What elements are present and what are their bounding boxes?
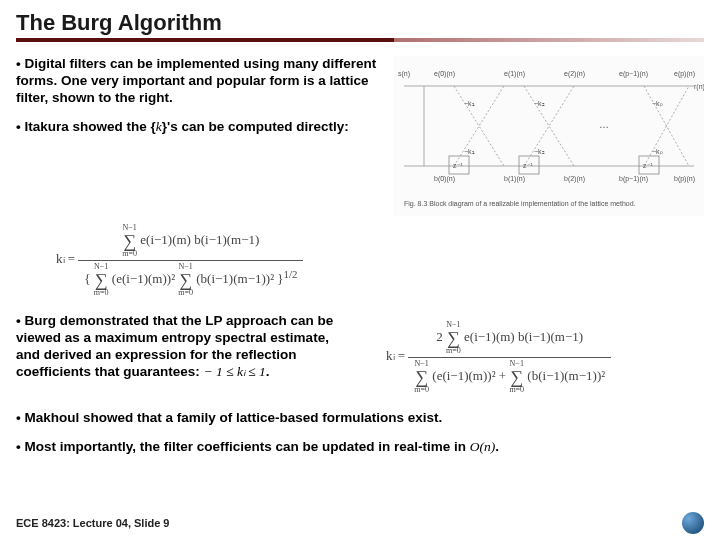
title-underline: [16, 38, 704, 42]
equation-burg: kᵢ = 2 N−1∑m=0 e(i−1)(m) b(i−1)(m−1) N−1…: [386, 319, 611, 396]
node-e0: e(0)(n): [434, 70, 455, 78]
footer-course: ECE 8423: Lecture 04, Slide 9: [16, 517, 169, 529]
bullet-2: Itakura showed the {k}'s can be computed…: [16, 119, 384, 136]
page-title: The Burg Algorithm: [16, 10, 704, 38]
eq2-lhs: kᵢ =: [386, 348, 405, 363]
k2-bot: −k₂: [534, 148, 545, 155]
node-epm1: e(p−1)(n): [619, 70, 648, 78]
kp-top: −kₚ: [652, 100, 663, 107]
node-r: r(n): [694, 83, 704, 91]
k1-top: −k₁: [464, 100, 475, 107]
bullet-5-math: O(n): [470, 439, 496, 454]
bullet-5: Most importantly, the filter coefficient…: [16, 439, 704, 456]
bullet-3-math: − 1 ≤ kᵢ ≤ 1: [204, 364, 266, 379]
globe-icon: [682, 512, 704, 534]
bullet-4: Makhoul showed that a family of lattice-…: [16, 410, 704, 427]
bullet-3: Burg demonstrated that the LP approach c…: [16, 313, 356, 381]
kp-bot: −kₚ: [652, 148, 663, 155]
node-e1: e(1)(n): [504, 70, 525, 78]
node-sn: s(n): [398, 70, 410, 78]
bullet-2-pre: Itakura showed the {: [24, 119, 155, 134]
node-ep: e(p)(n): [674, 70, 695, 78]
node-b2: b(2)(n): [564, 175, 585, 183]
equation-itakura: kᵢ = N−1∑m=0 e(i−1)(m) b(i−1)(m−1) { N−1…: [56, 222, 704, 299]
k1-bot: −k₁: [464, 148, 475, 155]
node-b1: b(1)(n): [504, 175, 525, 183]
eq1-lhs: kᵢ =: [56, 251, 75, 266]
node-bp: b(p)(n): [674, 175, 695, 183]
diagram-caption: Fig. 8.3 Block diagram of a realizable i…: [404, 200, 636, 208]
node-bpm1: b(p−1)(n): [619, 175, 648, 183]
node-e2: e(2)(n): [564, 70, 585, 78]
svg-text:…: …: [599, 119, 609, 130]
lattice-diagram: s(n) e(0)(n) e(1)(n) e(2)(n) e(p−1)(n) e…: [394, 56, 704, 216]
bullet-2-post: }'s can be computed directly:: [162, 119, 349, 134]
node-b0: b(0)(n): [434, 175, 455, 183]
k2-top: −k₂: [534, 100, 545, 107]
bullet-1: Digital filters can be implemented using…: [16, 56, 384, 107]
